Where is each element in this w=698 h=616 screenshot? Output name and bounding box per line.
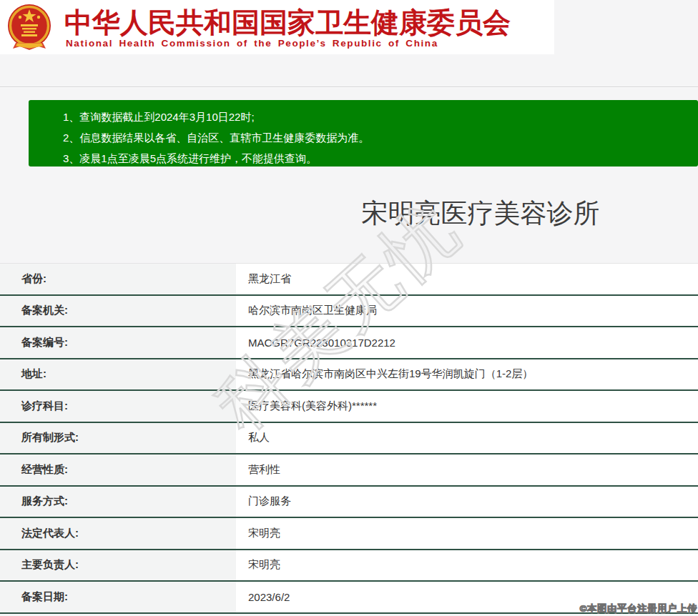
row-value: 宋明亮	[236, 550, 698, 581]
row-label: 服务方式:	[0, 487, 236, 517]
row-label: 备案机关:	[0, 296, 236, 327]
table-row: 经营性质: 营利性	[0, 454, 698, 487]
institution-title: 宋明亮医疗美容诊所	[263, 196, 698, 232]
header-divider	[0, 86, 698, 87]
table-row: 所有制形式: 私人	[0, 423, 698, 455]
row-value: 黑龙江省	[236, 264, 698, 294]
site-title-en: National Health Commission of the People…	[66, 38, 438, 49]
row-label: 备案编号:	[0, 327, 236, 358]
site-title-cn: 中华人民共和国国家卫生健康委员会	[64, 4, 511, 42]
row-value: 私人	[236, 423, 698, 454]
notice-box: 1、查询数据截止到2024年3月10日22时; 2、信息数据结果以各省、自治区、…	[29, 100, 698, 167]
page: 中华人民共和国国家卫生健康委员会 National Health Commiss…	[0, 0, 698, 616]
record-table: 省份: 黑龙江省 备案机关: 哈尔滨市南岗区卫生健康局 备案编号: MACGR7…	[0, 263, 698, 614]
row-value: 医疗美容科(美容外科)******	[236, 391, 698, 422]
row-value: MACGR7GR223010317D2212	[236, 327, 698, 358]
row-label: 主要负责人:	[0, 550, 236, 581]
table-row: 省份: 黑龙江省	[0, 264, 698, 296]
table-row: 诊疗科目: 医疗美容科(美容外科)******	[0, 391, 698, 423]
notice-line: 3、凌晨1点至凌晨5点系统进行维护，不能提供查询。	[63, 151, 691, 166]
row-label: 诊疗科目:	[0, 391, 236, 422]
row-value: 门诊服务	[236, 487, 698, 517]
row-label: 经营性质:	[0, 454, 236, 485]
site-header: 中华人民共和国国家卫生健康委员会 National Health Commiss…	[0, 0, 554, 54]
national-emblem-icon	[7, 3, 51, 51]
row-label: 备案日期:	[0, 582, 236, 612]
table-row: 备案机关: 哈尔滨市南岗区卫生健康局	[0, 296, 698, 328]
table-row: 法定代表人: 宋明亮	[0, 518, 698, 550]
row-value: 营利性	[236, 454, 698, 485]
table-row: 备案编号: MACGR7GR223010317D2212	[0, 327, 698, 359]
row-value: 黑龙江省哈尔滨市南岗区中兴左街19号华润凯旋门（1-2层）	[236, 359, 698, 390]
table-row: 服务方式: 门诊服务	[0, 487, 698, 519]
row-label: 法定代表人:	[0, 518, 236, 549]
notice-line: 1、查询数据截止到2024年3月10日22时;	[63, 109, 691, 124]
row-label: 所有制形式:	[0, 423, 236, 454]
row-value: 哈尔滨市南岗区卫生健康局	[236, 296, 698, 327]
row-label: 省份:	[0, 264, 236, 294]
row-label: 地址:	[0, 359, 236, 390]
row-value: 宋明亮	[236, 518, 698, 549]
table-row: 主要负责人: 宋明亮	[0, 550, 698, 582]
notice-line: 2、信息数据结果以各省、自治区、直辖市卫生健康委数据为准。	[63, 130, 691, 145]
upload-credit: ©本图由平台注册用户上传	[580, 602, 697, 615]
table-row: 地址: 黑龙江省哈尔滨市南岗区中兴左街19号华润凯旋门（1-2层）	[0, 359, 698, 392]
